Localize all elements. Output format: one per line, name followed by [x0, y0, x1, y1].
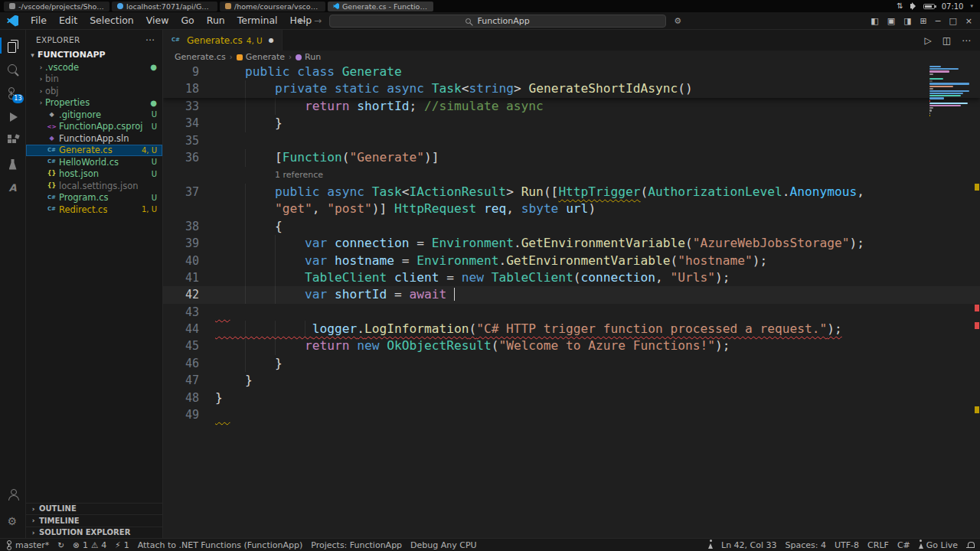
code-line[interactable]: 40 var hostname = Environment.GetEnviron…: [163, 253, 980, 269]
activity-run-debug[interactable]: [0, 105, 26, 129]
toggle-secondary-sidebar-icon[interactable]: ◨: [903, 16, 911, 26]
line-number[interactable]: 34: [163, 115, 199, 132]
codelens-label[interactable]: 1 reference: [163, 167, 323, 184]
tree-item[interactable]: {}local.settings.json: [26, 180, 162, 192]
line-number[interactable]: 38: [163, 218, 199, 235]
minimize-icon[interactable]: ─: [936, 16, 941, 26]
code-line[interactable]: 41 TableClient client = new TableClient(…: [163, 269, 980, 286]
status-eol[interactable]: CRLF: [867, 540, 889, 550]
tree-item[interactable]: ◆.gitignoreU: [26, 109, 162, 121]
explorer-root-folder[interactable]: ▾ FUNCTIONAPP: [26, 48, 162, 61]
activity-extensions[interactable]: [0, 129, 26, 152]
code-line[interactable]: 35: [163, 132, 980, 149]
line-number[interactable]: 47: [163, 372, 199, 389]
line-number[interactable]: 41: [163, 269, 199, 286]
status-go-live[interactable]: Go Live: [919, 540, 958, 550]
code-line[interactable]: 36 [Function("Generate")]: [163, 149, 980, 166]
code-editor[interactable]: 33 return shortId; //simulate async34 }3…: [163, 64, 980, 538]
code-line[interactable]: 38 {: [163, 218, 980, 235]
activity-source-control[interactable]: 13: [0, 81, 26, 105]
breadcrumb-generate[interactable]: Generate: [237, 52, 285, 62]
status-language[interactable]: C#: [897, 540, 910, 550]
status-tasks[interactable]: ⚡1: [115, 540, 129, 550]
run-button[interactable]: ▷: [924, 35, 931, 46]
line-number[interactable]: 49: [163, 406, 199, 423]
dirty-indicator-icon[interactable]: ●: [269, 37, 274, 44]
code-line[interactable]: 37 public async Task<IActionResult> Run(…: [163, 184, 980, 201]
tree-item[interactable]: C#Program.csU: [26, 192, 162, 204]
code-line[interactable]: 39 var connection = Environment.GetEnvir…: [163, 235, 980, 252]
line-number[interactable]: 43: [163, 304, 199, 321]
line-number[interactable]: 18: [163, 80, 199, 97]
network-icon[interactable]: ⇅: [897, 2, 903, 10]
status-sync[interactable]: ↻: [57, 541, 64, 549]
command-center[interactable]: FunctionApp: [329, 15, 666, 28]
tree-item[interactable]: ◆FunctionApp.sln: [26, 132, 162, 145]
status-projects[interactable]: Projects: FunctionApp: [311, 540, 402, 550]
status-branch[interactable]: master*: [6, 540, 49, 550]
activity-explorer[interactable]: [0, 34, 26, 57]
activity-accounts[interactable]: [0, 482, 26, 506]
code-line[interactable]: 45 return new OkObjectResult("Welcome to…: [163, 337, 980, 354]
code-line[interactable]: 18 private static async Task<string> Gen…: [163, 80, 980, 97]
code-line[interactable]: 34 }: [163, 115, 980, 132]
maximize-icon[interactable]: □: [949, 16, 956, 26]
breadcrumb-run[interactable]: Run: [296, 52, 321, 62]
activity-azure[interactable]: [0, 176, 26, 200]
code-line[interactable]: 47 }: [163, 372, 980, 389]
line-number[interactable]: 33: [163, 98, 199, 115]
line-number[interactable]: 37: [163, 184, 199, 201]
line-number[interactable]: 44: [163, 321, 199, 337]
toggle-sidebar-icon[interactable]: ◧: [871, 16, 878, 26]
line-number[interactable]: 48: [163, 390, 199, 406]
activity-search[interactable]: [0, 57, 26, 81]
status-build-config[interactable]: Debug Any CPU: [410, 540, 477, 550]
code-line[interactable]: 46 }: [163, 355, 980, 372]
minimap[interactable]: [929, 66, 969, 116]
window-button[interactable]: localhost:7071/api/Generat...: [112, 2, 217, 11]
clock[interactable]: 07:10: [942, 2, 964, 11]
status-remote[interactable]: [708, 541, 713, 549]
gear-icon[interactable]: ⚙: [674, 16, 681, 26]
window-button[interactable]: /home/coursera/vscode/proj...: [220, 2, 325, 11]
tree-item[interactable]: <>FunctionApp.csprojU: [26, 121, 162, 133]
tab-generate-cs[interactable]: C# Generate.cs 4, U ●: [163, 30, 283, 51]
battery-icon[interactable]: [923, 4, 935, 9]
line-number[interactable]: 42: [163, 286, 199, 303]
toggle-panel-icon[interactable]: ▣: [887, 16, 895, 26]
status-attach[interactable]: Attach to .NET Functions (FunctionApp): [138, 540, 303, 550]
code-line[interactable]: "get", "post")] HttpRequest req, sbyte u…: [163, 201, 980, 217]
window-button[interactable]: -/vscode/projects/Shorten l...: [4, 2, 109, 11]
more-actions-icon[interactable]: ⋯: [145, 37, 155, 43]
more-actions-button[interactable]: ⋯: [962, 35, 971, 46]
section-timeline[interactable]: ›TIMELINE: [26, 514, 162, 527]
menu-run[interactable]: Run: [201, 12, 231, 29]
line-number[interactable]: 35: [163, 132, 199, 149]
code-line[interactable]: 44 logger.LogInformation("C# HTTP trigge…: [163, 321, 980, 337]
section-outline[interactable]: ›OUTLINE: [26, 503, 162, 515]
code-line[interactable]: 43: [163, 304, 980, 321]
menu-go[interactable]: Go: [175, 12, 200, 29]
tree-item[interactable]: C#Generate.cs4, U: [26, 145, 162, 157]
activity-testing[interactable]: [0, 152, 26, 176]
status-cursor-position[interactable]: Ln 42, Col 33: [721, 540, 777, 550]
line-number[interactable]: 36: [163, 149, 199, 166]
menu-terminal[interactable]: Terminal: [231, 12, 284, 29]
code-line[interactable]: 49: [163, 406, 980, 423]
tree-item[interactable]: ›Properties●: [26, 97, 162, 109]
window-button[interactable]: Generate.cs - FunctionAp...: [328, 2, 433, 11]
menu-selection[interactable]: Selection: [83, 12, 140, 29]
menu-help[interactable]: Help: [284, 12, 318, 29]
tree-item[interactable]: C#HelloWorld.csU: [26, 156, 162, 168]
tree-item[interactable]: ›bin: [26, 73, 162, 86]
section-solution-explorer[interactable]: ›SOLUTION EXPLORER: [26, 527, 162, 539]
code-line[interactable]: 33 return shortId; //simulate async: [163, 98, 980, 115]
line-number[interactable]: [163, 201, 199, 217]
tree-item[interactable]: ›.vscode●: [26, 61, 162, 73]
code-line[interactable]: 9 public class Generate: [163, 64, 980, 80]
status-problems[interactable]: ⊗1⚠4: [73, 540, 106, 550]
customize-layout-icon[interactable]: ⊞: [920, 16, 927, 26]
chevron-down-icon[interactable]: ▾: [970, 3, 973, 9]
line-number[interactable]: 45: [163, 337, 199, 354]
tree-item[interactable]: C#Redirect.cs1, U: [26, 204, 162, 216]
